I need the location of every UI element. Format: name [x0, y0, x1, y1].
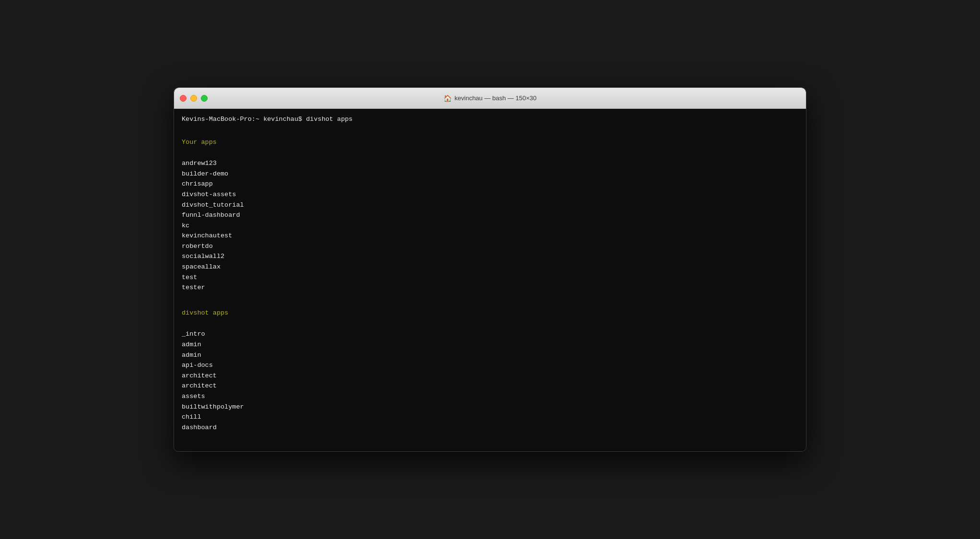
your-apps-header: Your apps: [182, 138, 798, 147]
titlebar: 🏠 kevinchau — bash — 150×30: [174, 88, 806, 109]
list-item: builder-demo: [182, 169, 798, 179]
list-item: divshot-assets: [182, 189, 798, 200]
divshot-apps-list: _introadminadminapi-docsarchitectarchite…: [182, 329, 798, 433]
list-item: chrisapp: [182, 179, 798, 189]
window-title: 🏠 kevinchau — bash — 150×30: [443, 94, 537, 102]
close-button[interactable]: [180, 95, 187, 102]
list-item: builtwithpolymer: [182, 402, 798, 412]
your-apps-list: andrew123builder-demochrisappdivshot-ass…: [182, 158, 798, 293]
prompt-line: Kevins-MacBook-Pro:~ kevinchau$ divshot …: [182, 115, 798, 124]
maximize-button[interactable]: [201, 95, 208, 102]
list-item: spaceallax: [182, 262, 798, 272]
list-item: admin: [182, 350, 798, 361]
title-text: kevinchau — bash — 150×30: [455, 94, 537, 102]
list-item: _intro: [182, 329, 798, 340]
list-item: robertdo: [182, 241, 798, 252]
list-item: tester: [182, 282, 798, 293]
traffic-lights: [180, 95, 208, 102]
list-item: divshot_tutorial: [182, 200, 798, 211]
home-icon: 🏠: [443, 94, 452, 102]
list-item: architect: [182, 381, 798, 391]
divshot-apps-header: divshot apps: [182, 308, 798, 318]
list-item: kc: [182, 221, 798, 231]
minimize-button[interactable]: [190, 95, 197, 102]
list-item: architect: [182, 371, 798, 381]
list-item: funnl-dashboard: [182, 210, 798, 221]
list-item: socialwall2: [182, 251, 798, 262]
list-item: andrew123: [182, 158, 798, 169]
terminal-content[interactable]: Kevins-MacBook-Pro:~ kevinchau$ divshot …: [174, 109, 806, 451]
list-item: chill: [182, 412, 798, 422]
list-item: assets: [182, 391, 798, 402]
list-item: kevinchautest: [182, 231, 798, 241]
terminal-window: 🏠 kevinchau — bash — 150×30 Kevins-MacBo…: [174, 87, 806, 452]
list-item: admin: [182, 340, 798, 350]
list-item: test: [182, 272, 798, 283]
list-item: api-docs: [182, 360, 798, 371]
list-item: dashboard: [182, 422, 798, 433]
